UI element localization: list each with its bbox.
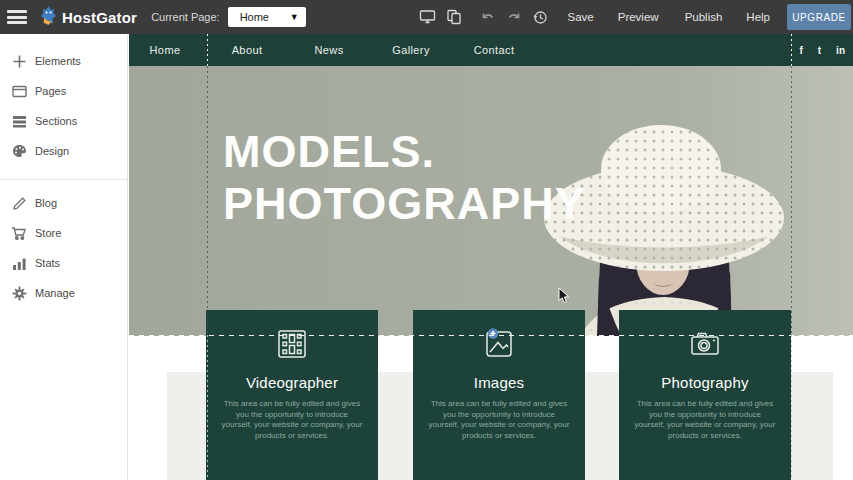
upgrade-button[interactable]: UPGRADE [787,4,851,30]
social-links: f t in [799,34,845,66]
sidebar-item-manage[interactable]: Manage [0,278,127,308]
page-dropdown-value: Home [240,11,269,23]
current-page-label: Current Page: [151,11,219,23]
hero-section[interactable]: MODELS. PHOTOGRAPHY [129,66,853,336]
card-title: Photography [619,374,791,391]
sidebar-divider [0,179,127,180]
editor-topbar: HostGator Current Page: Home ▼ [0,0,853,34]
hostgator-logo: HostGator [39,5,137,30]
history-icon[interactable] [532,8,550,26]
editor-sidebar: Elements Pages Sections Design Blog [0,34,128,480]
preview-button[interactable]: Preview [618,11,659,23]
logo-text: HostGator [62,9,137,26]
mouse-cursor [558,287,571,308]
sidebar-item-blog[interactable]: Blog [0,188,127,218]
film-icon [206,327,378,365]
publish-button[interactable]: Publish [685,11,723,23]
site-nav-news[interactable]: News [314,34,343,66]
cart-icon [11,225,27,241]
palette-icon [11,143,27,159]
page-dropdown[interactable]: Home ▼ [228,7,306,27]
sidebar-item-pages[interactable]: Pages [0,76,127,106]
site-nav-home[interactable]: Home [150,34,181,66]
sections-icon [11,113,27,129]
plus-icon [11,53,27,69]
card-title: Images [413,374,585,391]
sidebar-item-elements[interactable]: Elements [0,46,127,76]
undo-icon[interactable] [479,8,497,26]
hero-title[interactable]: MODELS. PHOTOGRAPHY [223,126,586,230]
site-nav-contact[interactable]: Contact [474,34,515,66]
site-nav-about[interactable]: About [232,34,263,66]
site-preview-canvas: Home About News Gallery Contact f t in [129,34,853,480]
pencil-icon [11,195,27,211]
card-body: This area can be fully edited and gives … [633,399,777,441]
pages-icon [11,83,27,99]
redo-icon[interactable] [505,8,523,26]
sidebar-item-stats[interactable]: Stats [0,248,127,278]
card-title: Videographer [206,374,378,391]
desktop-view-icon[interactable] [419,8,437,26]
sidebar-item-sections[interactable]: Sections [0,106,127,136]
hamburger-menu-icon[interactable] [7,10,27,24]
sidebar-item-design[interactable]: Design [0,136,127,166]
stats-icon [11,255,27,271]
chevron-down-icon: ▼ [290,12,299,22]
facebook-icon[interactable]: f [799,45,802,56]
site-navbar: Home About News Gallery Contact f t in [129,34,853,66]
mobile-view-icon[interactable] [445,8,463,26]
topbar-actions: Save Preview Publish Help UPGRADE [419,0,853,34]
edit-boundary-bottom [129,335,853,336]
gator-logo-icon [39,5,58,30]
app-window: HostGator Current Page: Home ▼ [0,0,853,480]
save-button[interactable]: Save [568,11,594,23]
image-add-icon [413,327,585,365]
sidebar-item-store[interactable]: Store [0,218,127,248]
help-button[interactable]: Help [746,11,770,23]
twitter-icon[interactable]: t [818,45,821,56]
card-body: This area can be fully edited and gives … [427,399,571,441]
camera-icon [619,327,791,365]
card-body: This area can be fully edited and gives … [220,399,364,441]
gear-icon [11,285,27,301]
site-nav-gallery[interactable]: Gallery [392,34,430,66]
linkedin-icon[interactable]: in [836,45,845,56]
